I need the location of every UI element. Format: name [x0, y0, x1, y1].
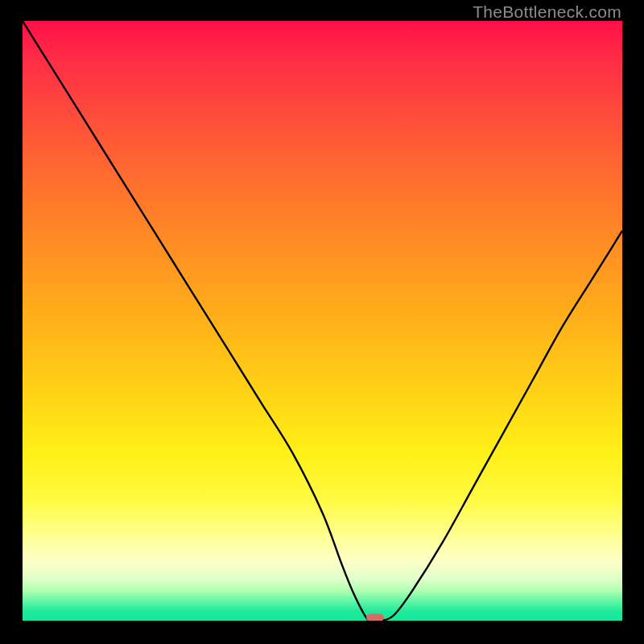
bottleneck-curve — [23, 21, 622, 621]
watermark-text: TheBottleneck.com — [473, 2, 621, 22]
optimal-marker — [366, 614, 384, 621]
plot-area — [23, 21, 622, 621]
chart-frame: TheBottleneck.com — [0, 0, 644, 644]
